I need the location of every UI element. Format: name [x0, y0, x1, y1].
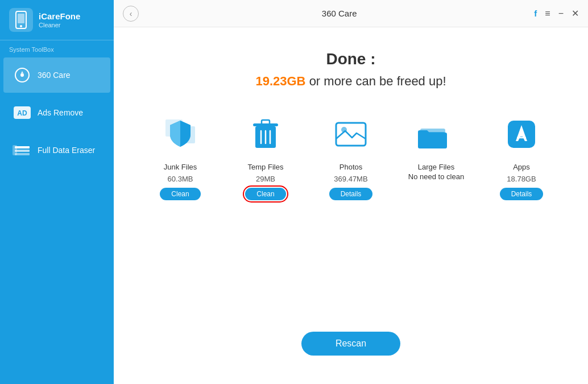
- main-content: ‹ 360 Care f ≡ − ✕ Done : 19.23GB or mor…: [114, 0, 588, 384]
- large-files-label: Large FilesNo need to clean: [408, 163, 464, 182]
- photos-size: 369.47MB: [334, 175, 367, 183]
- svg-point-5: [20, 73, 24, 77]
- menu-icon[interactable]: ≡: [545, 9, 550, 19]
- junk-files-clean-button[interactable]: Clean: [160, 188, 200, 200]
- apps-icon: [499, 112, 544, 157]
- content-area: Done : 19.23GB or more can be freed up!: [114, 27, 588, 384]
- temp-files-label: Temp Files: [248, 163, 284, 172]
- cards-row: Junk Files 60.3MB Clean: [146, 112, 556, 200]
- sidebar-item-ads-remove-label: Ads Remove: [38, 108, 83, 117]
- facebook-icon[interactable]: f: [534, 9, 537, 18]
- photos-details-button[interactable]: Details: [329, 188, 373, 200]
- app-subtitle: Cleaner: [39, 22, 80, 28]
- sidebar-item-full-data-eraser[interactable]: Full Data Eraser: [3, 133, 110, 168]
- ads-remove-icon: AD: [13, 103, 32, 122]
- card-large-files: Large FilesNo need to clean: [402, 112, 470, 200]
- card-apps: Apps 18.78GB Details: [487, 112, 556, 200]
- rescan-button[interactable]: Rescan: [301, 332, 400, 356]
- window-title: 360 Care: [144, 9, 534, 18]
- titlebar-left: ‹: [123, 6, 144, 22]
- back-button[interactable]: ‹: [123, 6, 139, 22]
- sidebar-item-360-care-label: 360 Care: [38, 71, 71, 80]
- svg-text:AD: AD: [17, 109, 27, 117]
- svg-rect-18: [253, 123, 278, 126]
- temp-files-size: 29MB: [256, 175, 275, 183]
- minimize-icon[interactable]: −: [558, 9, 564, 19]
- photos-label: Photos: [339, 163, 362, 172]
- app-title: iCareFone: [39, 11, 80, 22]
- sidebar-item-360-care[interactable]: 360 Care: [3, 57, 110, 93]
- app-logo: iCareFone Cleaner: [0, 0, 114, 40]
- temp-files-icon: [243, 112, 288, 157]
- done-label: Done :: [326, 50, 375, 68]
- apps-label: Apps: [513, 163, 530, 172]
- titlebar-controls: f ≡ − ✕: [534, 8, 579, 19]
- junk-files-label: Junk Files: [164, 163, 197, 172]
- back-icon: ‹: [130, 9, 132, 18]
- sidebar-section-label: System ToolBox: [0, 40, 114, 56]
- large-files-icon: [413, 112, 459, 157]
- freed-text: or more can be freed up!: [306, 74, 446, 88]
- junk-files-icon: [158, 112, 203, 157]
- temp-files-clean-button[interactable]: Clean: [245, 188, 285, 200]
- apps-details-button[interactable]: Details: [500, 188, 544, 200]
- svg-rect-2: [18, 14, 24, 23]
- done-subheading: 19.23GB or more can be freed up!: [255, 74, 446, 89]
- junk-files-size: 60.3MB: [168, 175, 193, 183]
- photos-icon: [328, 112, 374, 157]
- close-icon[interactable]: ✕: [572, 8, 579, 19]
- app-logo-icon: [9, 8, 33, 32]
- apps-size: 18.78GB: [507, 175, 536, 183]
- done-heading: Done :: [326, 50, 375, 68]
- card-photos: Photos 369.47MB Details: [317, 112, 385, 200]
- 360-care-icon: [13, 65, 32, 85]
- titlebar: ‹ 360 Care f ≡ − ✕: [114, 0, 588, 27]
- freed-amount: 19.23GB: [255, 74, 305, 88]
- sidebar: iCareFone Cleaner System ToolBox 360 Car…: [0, 0, 114, 384]
- sidebar-item-ads-remove[interactable]: AD Ads Remove: [3, 95, 110, 130]
- svg-rect-11: [13, 145, 17, 155]
- full-data-eraser-icon: [13, 141, 32, 160]
- sidebar-item-full-data-eraser-label: Full Data Eraser: [38, 146, 95, 155]
- card-junk-files: Junk Files 60.3MB Clean: [146, 112, 214, 200]
- card-temp-files: Temp Files 29MB Clean: [231, 112, 300, 200]
- svg-point-3: [20, 25, 22, 27]
